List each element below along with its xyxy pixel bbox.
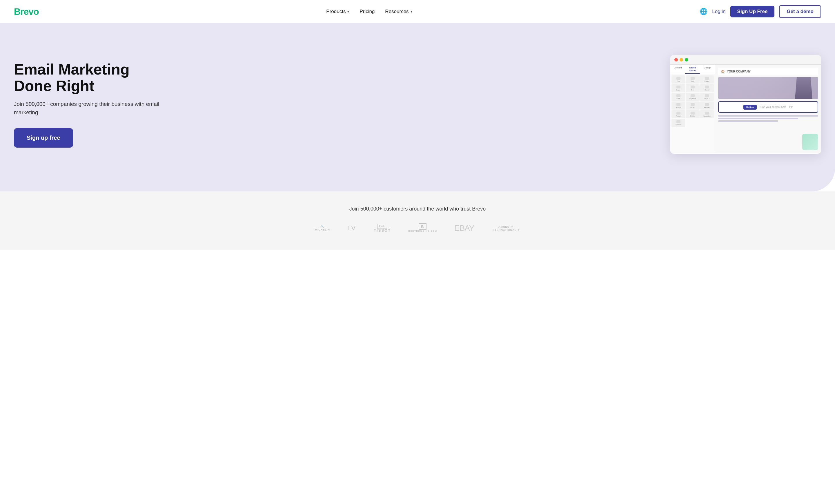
block-style1[interactable]: Style 1 — [700, 93, 714, 101]
logos-row: 🔧MICHELIN LV T+HTISSOT B BODYBUILDING.CO… — [14, 224, 821, 233]
nav-products[interactable]: Products ▾ — [326, 9, 349, 15]
nav-resources[interactable]: Resources ▾ — [385, 9, 412, 15]
preview-text-lines — [718, 115, 818, 122]
block-footer[interactable]: Footer — [671, 110, 685, 118]
logos-section: Join 500,000+ customers around the world… — [0, 191, 835, 250]
logo[interactable]: Brevo — [14, 6, 39, 17]
chevron-down-icon: ▾ — [410, 9, 412, 14]
block-logo[interactable]: Logo — [671, 84, 685, 92]
hero-section: Email Marketing Done Right Join 500,000+… — [0, 23, 835, 191]
drop-placeholder: Drop your content here — [760, 105, 786, 108]
drop-button-label: Button — [744, 105, 757, 109]
mockup-body: Content Saved blocks Design Title Text I… — [670, 65, 821, 153]
block-image[interactable]: Image — [700, 75, 714, 83]
block-style3[interactable]: Style 3 — [686, 101, 699, 109]
chevron-down-icon: ▾ — [347, 9, 349, 14]
person-silhouette — [795, 77, 812, 99]
block-title[interactable]: Title — [671, 75, 685, 83]
tab-saved-blocks[interactable]: Saved blocks — [685, 65, 700, 74]
navbar: Brevo Products ▾ Pricing Resources ▾ 🌐 L… — [0, 0, 835, 23]
text-line — [718, 115, 818, 117]
logo-tissot: T+HTISSOT — [374, 224, 391, 233]
block-html[interactable]: HTML — [671, 93, 685, 101]
logo-bodybuilding: B BODYBUILDING.COM — [408, 224, 437, 232]
nav-links: Products ▾ Pricing Resources ▾ — [326, 9, 412, 15]
logo-michelin: 🔧MICHELIN — [315, 225, 330, 231]
hero-subtitle: Join 500,000+ companies growing their bu… — [14, 100, 165, 117]
close-dot — [674, 58, 678, 61]
company-logo-icon: 🏠 — [721, 70, 725, 73]
tab-content[interactable]: Content — [670, 65, 685, 74]
mockup-preview: 🏠 YOUR COMPANY Button Drop your content … — [715, 65, 821, 153]
hero-content: Email Marketing Done Right Join 500,000+… — [14, 61, 165, 147]
tab-design[interactable]: Design — [700, 65, 715, 74]
nav-pricing[interactable]: Pricing — [360, 9, 374, 15]
email-editor-mockup: Content Saved blocks Design Title Text I… — [670, 55, 821, 154]
blocks-grid: Title Text Image Logo Btn Social HTML Pa… — [670, 74, 715, 128]
signup-button[interactable]: Sign Up Free — [730, 6, 775, 17]
hero-cta-button[interactable]: Sign up free — [14, 128, 73, 147]
mockup-tabs: Content Saved blocks Design — [670, 65, 715, 74]
block-button[interactable]: Btn — [686, 84, 699, 92]
mockup-sidebar: Content Saved blocks Design Title Text I… — [670, 65, 715, 153]
block-style2[interactable]: Style 2 — [671, 101, 685, 109]
login-button[interactable]: Log in — [712, 9, 726, 15]
block-navigation[interactable]: Navigation — [700, 110, 714, 118]
block-divider[interactable]: Divider — [686, 110, 699, 118]
block-spacer[interactable]: Spacer — [671, 119, 685, 127]
block-header-logo[interactable]: Header — [700, 101, 714, 109]
maximize-dot — [685, 58, 688, 61]
logo-louis-vuitton: LV — [347, 224, 356, 232]
preview-thumbnail — [802, 134, 818, 150]
block-text[interactable]: Text — [686, 75, 699, 83]
nav-actions: 🌐 Log in Sign Up Free Get a demo — [699, 5, 821, 18]
preview-hero-image — [718, 77, 818, 99]
block-payment[interactable]: Payment — [686, 93, 699, 101]
logo-ebay: ebay — [454, 224, 474, 233]
mockup-titlebar — [670, 55, 821, 65]
text-line — [718, 120, 778, 122]
hero-visual: Content Saved blocks Design Title Text I… — [165, 55, 821, 154]
language-selector[interactable]: 🌐 — [699, 8, 708, 15]
hero-title: Email Marketing Done Right — [14, 61, 165, 94]
minimize-dot — [679, 58, 683, 61]
preview-header: 🏠 YOUR COMPANY — [718, 67, 818, 75]
logos-title: Join 500,000+ customers around the world… — [14, 206, 821, 212]
demo-button[interactable]: Get a demo — [779, 5, 821, 18]
text-line — [718, 118, 798, 119]
logo-amnesty: AMNESTYINTERNATIONAL ✛ — [491, 225, 520, 231]
block-social[interactable]: Social — [700, 84, 714, 92]
drop-zone[interactable]: Button Drop your content here ☞ — [718, 101, 818, 113]
company-name: YOUR COMPANY — [727, 70, 751, 73]
cursor-icon: ☞ — [789, 105, 793, 109]
